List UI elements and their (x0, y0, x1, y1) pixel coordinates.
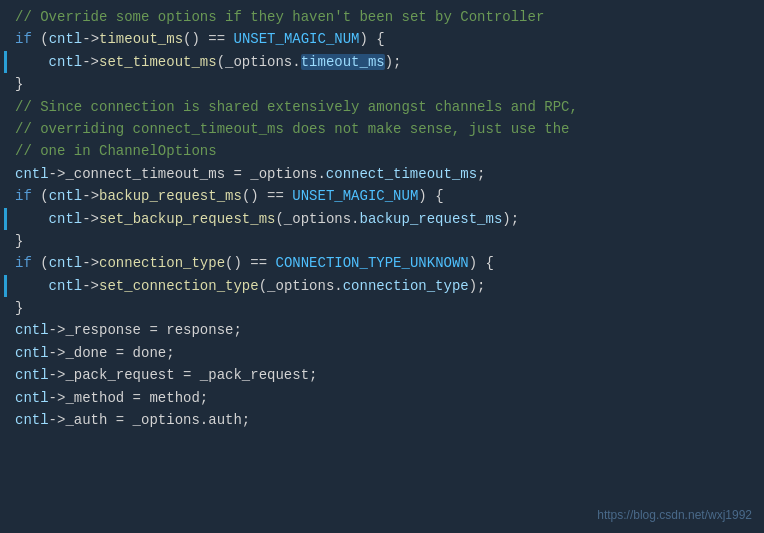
code-line: cntl->_connect_timeout_ms = _options.con… (0, 163, 764, 185)
code-token: backup_request_ms (359, 211, 502, 227)
code-token: ->_auth = _options.auth; (49, 412, 251, 428)
code-token: -> (82, 31, 99, 47)
code-line: cntl->_method = method; (0, 387, 764, 409)
code-token: // Override some options if (15, 9, 250, 25)
code-token: } (15, 300, 23, 316)
code-token: CONNECTION_TYPE_UNKNOWN (276, 255, 469, 271)
line-indicator (4, 208, 7, 230)
code-token: cntl (49, 255, 83, 271)
code-line: if (cntl->backup_request_ms() == UNSET_M… (0, 185, 764, 207)
line-content: cntl->_auth = _options.auth; (15, 409, 752, 431)
code-token: if (15, 255, 32, 271)
code-token: set_backup_request_ms (99, 211, 275, 227)
code-line: if (cntl->connection_type() == CONNECTIO… (0, 252, 764, 274)
line-content: cntl->_done = done; (15, 342, 752, 364)
code-token: cntl (15, 390, 49, 406)
code-token: cntl (15, 367, 49, 383)
code-line: } (0, 73, 764, 95)
code-token: ->_method = method; (49, 390, 209, 406)
code-token: cntl (15, 211, 82, 227)
line-content: // Since connection is shared extensivel… (15, 96, 752, 118)
line-content: if (cntl->timeout_ms() == UNSET_MAGIC_NU… (15, 28, 752, 50)
code-token: ->_pack_request = _pack_request; (49, 367, 318, 383)
code-line: // Since connection is shared extensivel… (0, 96, 764, 118)
code-token: connection_type (99, 255, 225, 271)
code-token: ); (385, 54, 402, 70)
code-line: cntl->set_connection_type(_options.conne… (0, 275, 764, 297)
code-line: cntl->_pack_request = _pack_request; (0, 364, 764, 386)
code-token: (_options. (259, 278, 343, 294)
code-token: cntl (15, 412, 49, 428)
line-content: // Override some options if they haven't… (15, 6, 752, 28)
code-token: -> (82, 278, 99, 294)
code-token: ); (469, 278, 486, 294)
line-content: if (cntl->backup_request_ms() == UNSET_M… (15, 185, 752, 207)
line-content: cntl->_connect_timeout_ms = _options.con… (15, 163, 752, 185)
code-token: ) { (469, 255, 494, 271)
code-token: ( (32, 255, 49, 271)
watermark: https://blog.csdn.net/wxj1992 (597, 506, 752, 525)
code-token: // Since connection is shared extensivel… (15, 99, 578, 115)
code-token: set_timeout_ms (99, 54, 217, 70)
code-token: cntl (15, 345, 49, 361)
line-content: cntl->_pack_request = _pack_request; (15, 364, 752, 386)
code-token: -> (82, 211, 99, 227)
line-content: if (cntl->connection_type() == CONNECTIO… (15, 252, 752, 274)
code-token: connection_type (343, 278, 469, 294)
code-token: they (250, 9, 284, 25)
code-token: == (200, 31, 234, 47)
code-token: cntl (15, 54, 82, 70)
code-line: cntl->_done = done; (0, 342, 764, 364)
code-token: if (15, 31, 32, 47)
code-token: cntl (15, 322, 49, 338)
code-line: if (cntl->timeout_ms() == UNSET_MAGIC_NU… (0, 28, 764, 50)
code-token: // one in ChannelOptions (15, 143, 217, 159)
code-token: ; (477, 166, 485, 182)
code-line: cntl->_auth = _options.auth; (0, 409, 764, 431)
code-token: () (183, 31, 200, 47)
code-token: () == (225, 255, 275, 271)
code-token: connect_timeout_ms (326, 166, 477, 182)
code-line: } (0, 230, 764, 252)
code-token: () == (242, 188, 292, 204)
line-content: cntl->_method = method; (15, 387, 752, 409)
code-token: ->_response = response; (49, 322, 242, 338)
code-token: cntl (15, 166, 49, 182)
line-content: // overriding connect_timeout_ms does no… (15, 118, 752, 140)
code-token: (_options. (217, 54, 301, 70)
line-content: } (15, 297, 752, 319)
line-content: // one in ChannelOptions (15, 140, 752, 162)
code-token: cntl (15, 278, 82, 294)
line-content: } (15, 230, 752, 252)
code-token: ) { (360, 31, 385, 47)
code-token: UNSET_MAGIC_NUM (292, 188, 418, 204)
line-content: cntl->_response = response; (15, 319, 752, 341)
code-token: // overriding connect_timeout_ms does no… (15, 121, 570, 137)
code-token: cntl (49, 188, 83, 204)
code-editor: // Override some options if they haven't… (0, 0, 764, 533)
line-content: } (15, 73, 752, 95)
code-line: cntl->set_backup_request_ms(_options.bac… (0, 208, 764, 230)
code-token: } (15, 76, 23, 92)
code-line: cntl->_response = response; (0, 319, 764, 341)
code-token: ); (502, 211, 519, 227)
code-token: ) { (418, 188, 443, 204)
code-token: -> (82, 188, 99, 204)
code-token: set_connection_type (99, 278, 259, 294)
code-token: -> (82, 255, 99, 271)
code-line: // one in ChannelOptions (0, 140, 764, 162)
code-token: ( (32, 188, 49, 204)
code-token: haven't been set by Controller (284, 9, 544, 25)
code-token: if (15, 188, 32, 204)
code-line: // overriding connect_timeout_ms does no… (0, 118, 764, 140)
code-token: (_options. (275, 211, 359, 227)
code-token: timeout_ms (301, 54, 385, 70)
code-token: cntl (49, 31, 83, 47)
code-token: ->_connect_timeout_ms = _options. (49, 166, 326, 182)
code-token: } (15, 233, 23, 249)
line-indicator (4, 51, 7, 73)
line-content: cntl->set_timeout_ms(_options.timeout_ms… (15, 51, 752, 73)
code-token: backup_request_ms (99, 188, 242, 204)
code-token: timeout_ms (99, 31, 183, 47)
code-line: // Override some options if they haven't… (0, 6, 764, 28)
